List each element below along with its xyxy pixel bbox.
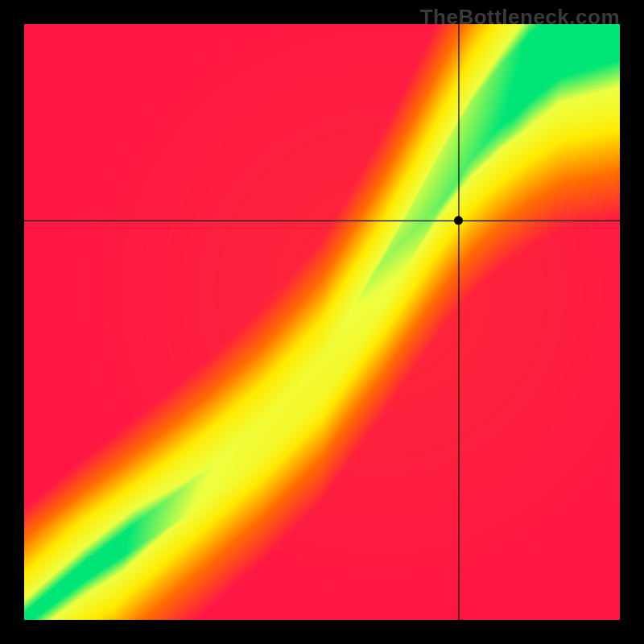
bottleneck-heatmap (24, 24, 620, 620)
watermark-text: TheBottleneck.com (420, 5, 620, 30)
chart-frame: TheBottleneck.com (0, 0, 644, 644)
